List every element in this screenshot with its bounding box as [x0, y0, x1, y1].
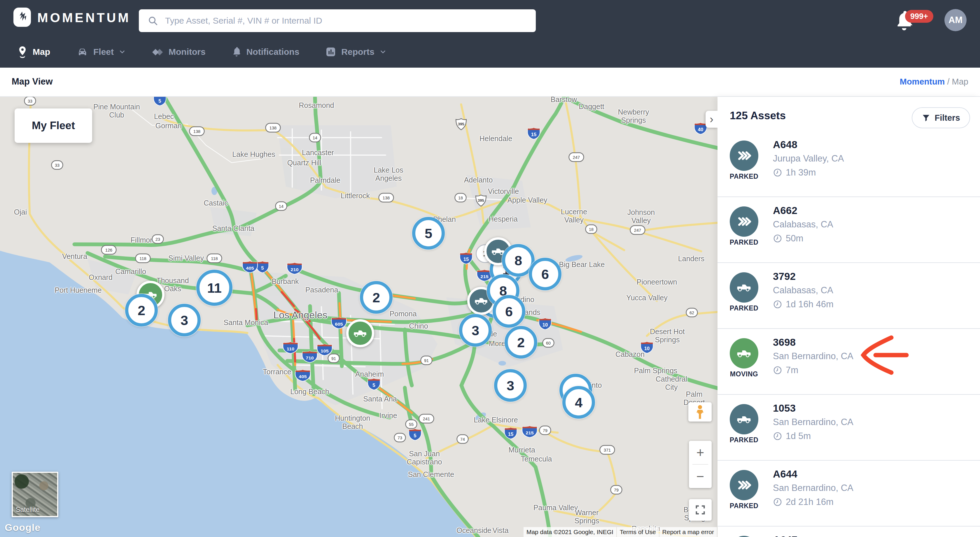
road-shield-ca138: 138 [189, 126, 205, 137]
map-cluster[interactable]: 2 [125, 294, 158, 327]
nav-item-map[interactable]: Map [17, 46, 50, 58]
map-cluster[interactable]: 11 [196, 270, 232, 306]
clock-icon [773, 432, 782, 441]
map-cluster[interactable]: 5 [412, 217, 445, 249]
map-place-label: Simi Valley [168, 254, 204, 262]
svg-text:118: 118 [211, 256, 218, 261]
global-search [139, 10, 536, 32]
road-shield-i405: 405 [242, 261, 258, 274]
asset-status-icon [730, 404, 758, 434]
terms-link[interactable]: Terms of Use [617, 527, 659, 537]
asset-location: Calabasas, CA [773, 285, 833, 296]
map-cluster[interactable]: 4 [562, 386, 595, 419]
asset-status-icon [730, 272, 758, 303]
vehicle-marker-green[interactable] [346, 319, 374, 347]
asset-list-item[interactable]: PARKED A644 San Bernardino, CA 2d 21h 16… [718, 460, 980, 526]
momentum-logo-icon[interactable] [13, 8, 31, 27]
svg-text:18: 18 [458, 195, 463, 200]
svg-text:105: 105 [321, 349, 328, 353]
nav-label: Reports [341, 47, 374, 57]
map-place-label: Lake Hughes [232, 151, 275, 159]
zoom-in-button[interactable]: + [689, 441, 712, 464]
my-fleet-button[interactable]: My Fleet [14, 108, 92, 143]
map-place-label: Landers [678, 255, 705, 263]
asset-list-item[interactable]: PARKED A662 Calabasas, CA 50m [718, 197, 980, 262]
nav-item-monitors[interactable]: Monitors [152, 46, 205, 58]
asset-duration: 7m [773, 365, 798, 375]
map-cluster[interactable]: 2 [360, 281, 393, 314]
map-place-label: Warner Springs [574, 509, 600, 525]
svg-text:74: 74 [460, 437, 465, 442]
road-shield-ca118: 118 [207, 253, 222, 264]
nav-item-fleet[interactable]: Fleet [76, 46, 126, 58]
svg-text:5: 5 [158, 98, 161, 103]
chevron-down-icon [379, 48, 387, 56]
zoom-out-button[interactable]: − [689, 465, 712, 488]
primary-nav: Map Fleet Monitors Notifications Reports [17, 38, 387, 65]
svg-text:15: 15 [508, 431, 513, 437]
filters-label: Filters [934, 113, 960, 123]
svg-text:138: 138 [193, 129, 200, 134]
map-place-label: Hesperia [488, 215, 518, 223]
map-place-label: Pioneertown [637, 278, 677, 286]
road-shield-i5: 5 [367, 378, 381, 391]
svg-text:371: 371 [604, 448, 611, 453]
map-cluster[interactable]: 6 [493, 295, 525, 328]
map-cluster[interactable]: 3 [459, 314, 492, 346]
map-cluster[interactable]: 3 [494, 369, 527, 402]
map-place-label: Victorville [488, 187, 519, 195]
report-error-link[interactable]: Report a map error [659, 527, 717, 537]
asset-status-label: MOVING [722, 370, 766, 378]
map-canvas[interactable]: Pine Mountain ClubLebecGormanRosamondBar… [0, 97, 718, 537]
filters-button[interactable]: Filters [912, 107, 970, 128]
map-cluster[interactable]: 6 [529, 258, 562, 290]
asset-status-label: PARKED [722, 173, 766, 180]
nav-item-reports[interactable]: Reports [325, 46, 387, 58]
avatar[interactable]: AM [944, 9, 967, 31]
asset-list-item[interactable]: MOVING 3698 San Bernardino, CA 7m [718, 328, 980, 394]
satellite-label: Satellite [16, 506, 40, 514]
svg-text:241: 241 [423, 416, 430, 421]
road-shield-ca91: 91 [420, 355, 433, 367]
google-logo[interactable]: Google [5, 522, 41, 533]
svg-text:55: 55 [409, 422, 414, 427]
map-cluster[interactable]: 2 [504, 326, 537, 359]
map-place-label: Barstow [550, 97, 577, 104]
svg-text:15: 15 [531, 132, 536, 137]
road-shield-ca126: 126 [101, 245, 117, 256]
clock-icon [773, 168, 782, 177]
sidebar-collapse-button[interactable]: › [706, 111, 718, 128]
road-shield-i15: 15 [527, 127, 541, 141]
map-cluster[interactable]: 3 [168, 304, 200, 337]
breadcrumb-link-momentum[interactable]: Momentum [900, 77, 945, 86]
map-place-label: Adelanto [464, 176, 493, 184]
road-shield-ca62: 62 [686, 308, 698, 319]
map-place-label: Gorman [156, 122, 182, 130]
map-place-label: San Juan Capistrano [407, 450, 442, 466]
road-shield-ca14: 14 [309, 133, 321, 144]
road-shield-i5: 5 [408, 429, 422, 442]
map-place-label: Palmdale [310, 176, 340, 184]
svg-text:10: 10 [644, 345, 649, 351]
asset-count-title: 125 Assets [730, 110, 786, 122]
asset-list-item[interactable]: PARKED A648 Jurupa Valley, CA 1h 39m [718, 131, 980, 197]
map-base-graphics [0, 97, 718, 537]
satellite-toggle[interactable]: Satellite [12, 472, 58, 517]
asset-list-item[interactable]: A647 [718, 526, 980, 537]
asset-list-item[interactable]: PARKED 3792 Calabasas, CA 1d 16h 46m [718, 262, 980, 328]
map-place-label: Castaic [204, 199, 228, 207]
fullscreen-button[interactable] [689, 499, 712, 521]
road-shield-ca79: 79 [610, 485, 622, 496]
road-shield-i15: 15 [504, 427, 517, 440]
svg-text:91: 91 [424, 358, 429, 363]
svg-text:210: 210 [291, 267, 298, 272]
svg-text:15: 15 [463, 256, 469, 262]
svg-text:33: 33 [28, 99, 32, 103]
road-shield-i210: 210 [286, 262, 303, 276]
asset-list-item[interactable]: PARKED 1053 San Bernardino, CA 1d 5m [718, 394, 980, 460]
asset-location: San Bernardino, CA [773, 483, 853, 493]
svg-text:62: 62 [689, 310, 694, 315]
pegman-control[interactable] [688, 402, 712, 421]
nav-item-notifications[interactable]: Notifications [231, 46, 299, 58]
search-input[interactable] [164, 16, 536, 26]
